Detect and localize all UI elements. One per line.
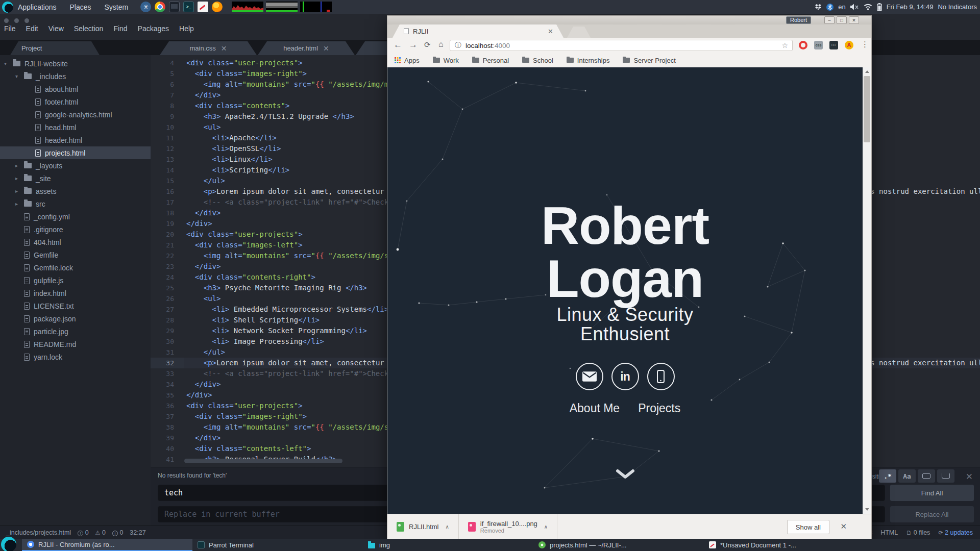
- battery-icon[interactable]: [877, 3, 882, 11]
- whole-word-icon[interactable]: [937, 469, 954, 483]
- browser-menu-icon[interactable]: ⋮: [861, 40, 869, 49]
- download-item[interactable]: RJLII.html∧: [387, 514, 459, 539]
- volume-muted-icon[interactable]: [850, 4, 859, 10]
- tree-item-404.html[interactable]: 404.html: [0, 236, 151, 248]
- tree-item-_includes[interactable]: ▾_includes: [0, 70, 151, 83]
- tab-project[interactable]: Project: [10, 41, 100, 55]
- top-menu-applications[interactable]: Applications: [18, 3, 57, 11]
- bookmark-internships[interactable]: Internships: [567, 57, 610, 64]
- close-button[interactable]: ✕: [849, 16, 859, 24]
- email-icon[interactable]: [576, 363, 603, 390]
- parrot-menu-icon[interactable]: [1, 537, 16, 551]
- clock[interactable]: Fri Feb 9, 14:49: [887, 3, 934, 11]
- editor-window-controls[interactable]: [4, 18, 29, 23]
- chevron-down-icon[interactable]: ▾: [15, 73, 20, 79]
- back-button[interactable]: ←: [394, 40, 402, 50]
- scroll-down-chevron-icon[interactable]: [387, 469, 863, 482]
- close-download-bar-icon[interactable]: ✕: [840, 522, 847, 531]
- bookmark-apps[interactable]: Apps: [395, 57, 420, 64]
- address-bar[interactable]: ⓘ localhost :4000 ☆: [450, 40, 793, 51]
- memory-graph[interactable]: [266, 2, 298, 12]
- tree-item-header.html[interactable]: header.html: [0, 134, 151, 146]
- adblock-icon[interactable]: A: [845, 41, 853, 49]
- close-tab-icon[interactable]: ✕: [548, 28, 553, 35]
- chevron-up-icon[interactable]: ∧: [446, 524, 449, 530]
- tree-item-package.json[interactable]: package.json: [0, 312, 151, 325]
- replace-all-button[interactable]: Replace All: [890, 506, 974, 522]
- dropbox-icon[interactable]: [815, 4, 822, 11]
- bookmark-star-icon[interactable]: ☆: [781, 41, 788, 49]
- css-badge-icon[interactable]: css: [814, 41, 823, 49]
- bookmark-school[interactable]: School: [522, 57, 553, 64]
- only-in-selection-icon[interactable]: [918, 469, 935, 483]
- task-terminal[interactable]: Parrot Terminal: [192, 539, 363, 551]
- tree-item-.gitignore[interactable]: .gitignore: [0, 223, 151, 236]
- forward-button[interactable]: →: [409, 40, 418, 50]
- document-icon[interactable]: [198, 2, 208, 12]
- firefox-icon[interactable]: [212, 2, 223, 12]
- close-icon[interactable]: ✕: [966, 471, 973, 482]
- tree-item-assets[interactable]: ▸assets: [0, 185, 151, 197]
- editor-menu-selection[interactable]: Selection: [74, 24, 104, 33]
- close-tab-icon[interactable]: ✕: [323, 44, 329, 53]
- regex-option-button[interactable]: .*: [879, 469, 896, 483]
- editor-menu-file[interactable]: File: [4, 24, 16, 33]
- home-button[interactable]: ⌂: [438, 40, 444, 49]
- chevron-right-icon[interactable]: ▸: [15, 163, 20, 168]
- chromium-icon[interactable]: [155, 2, 165, 12]
- error-count[interactable]: ! 0: [78, 529, 88, 536]
- grammar-indicator[interactable]: HTML: [880, 529, 898, 536]
- chevron-right-icon[interactable]: ▸: [15, 188, 20, 194]
- bluetooth-icon[interactable]: [826, 4, 834, 11]
- tree-item-projects.html[interactable]: projects.html: [0, 146, 151, 159]
- window-dot-icon[interactable]: [24, 18, 29, 23]
- show-all-downloads-button[interactable]: Show all: [787, 520, 829, 534]
- tree-item-Gemfile[interactable]: Gemfile: [0, 248, 151, 261]
- editor-menu-help[interactable]: Help: [179, 24, 194, 33]
- tree-item-footer.html[interactable]: footer.html: [0, 95, 151, 108]
- warning-count[interactable]: ⚠ 0: [95, 529, 106, 536]
- projects-link[interactable]: Projects: [638, 402, 680, 415]
- parrot-logo-icon[interactable]: [2, 2, 13, 13]
- bookmark-personal[interactable]: Personal: [472, 57, 509, 64]
- tree-item-src[interactable]: ▸src: [0, 197, 151, 210]
- terminal-icon[interactable]: >_: [183, 2, 194, 12]
- bookmark-server-project[interactable]: Server Project: [623, 57, 675, 64]
- top-menu-places[interactable]: Places: [70, 3, 91, 11]
- wifi-icon[interactable]: [864, 4, 872, 10]
- scroll-down-arrow-icon[interactable]: [865, 508, 869, 511]
- browser-titlebar[interactable]: Robert – □ ✕: [387, 15, 872, 24]
- dots-extension-icon[interactable]: •••: [829, 41, 838, 49]
- tree-item-yarn.lock[interactable]: yarn.lock: [0, 350, 151, 363]
- chevron-right-icon[interactable]: ▸: [15, 176, 20, 181]
- cursor-position[interactable]: 32:27: [130, 529, 145, 536]
- indicators-label[interactable]: No Indicators: [938, 3, 977, 11]
- tree-item-particle.jpg[interactable]: particle.jpg: [0, 325, 151, 338]
- tree-item-_site[interactable]: ▸_site: [0, 172, 151, 185]
- minimize-button[interactable]: –: [824, 16, 835, 24]
- tree-item-_config.yml[interactable]: _config.yml: [0, 210, 151, 223]
- tree-item-README.md[interactable]: README.md: [0, 338, 151, 350]
- close-tab-icon[interactable]: ✕: [221, 44, 227, 53]
- cpu-graph[interactable]: [232, 2, 263, 12]
- window-dot-icon[interactable]: [14, 18, 19, 23]
- tree-item-RJLII-website[interactable]: ▾RJLII-website: [0, 57, 151, 70]
- mobile-icon[interactable]: [647, 363, 675, 390]
- page-info-icon[interactable]: ⓘ: [455, 41, 461, 50]
- bookmark-work[interactable]: Work: [433, 57, 459, 64]
- tree-item-Gemfile.lock[interactable]: Gemfile.lock: [0, 261, 151, 274]
- editor-menu-view[interactable]: View: [48, 24, 64, 33]
- chevron-right-icon[interactable]: ▸: [15, 201, 20, 207]
- window-dot-icon[interactable]: [4, 18, 9, 23]
- updates-indicator[interactable]: ⟳ 2 updates: [938, 529, 973, 536]
- tree-item-index.html[interactable]: index.html: [0, 287, 151, 299]
- network-graph[interactable]: [300, 2, 332, 12]
- tree-item-_layouts[interactable]: ▸_layouts: [0, 159, 151, 172]
- chevron-down-icon[interactable]: ▾: [4, 61, 9, 66]
- tree-item-gulpfile.js[interactable]: gulpfile.js: [0, 274, 151, 287]
- editor-menu-edit[interactable]: Edit: [26, 24, 38, 33]
- opera-icon[interactable]: [799, 41, 807, 49]
- keyboard-layout[interactable]: en: [838, 3, 845, 11]
- scroll-up-arrow-icon[interactable]: [865, 70, 869, 73]
- editor-tab-header.html[interactable]: header.html✕: [258, 41, 355, 55]
